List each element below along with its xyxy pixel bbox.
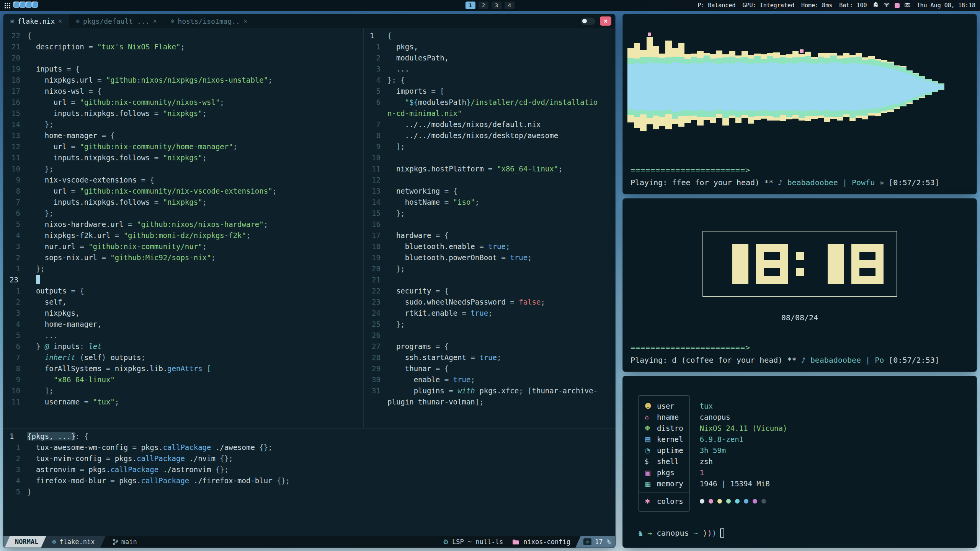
pane-pkgs-default[interactable]: 1{pkgs, ...}: {1 tux-awesome-wm-config =…: [3, 429, 615, 537]
code-line[interactable]: 11 username = "tux";: [3, 396, 363, 408]
tab-close-icon[interactable]: ×: [58, 17, 62, 25]
code-line[interactable]: 22 security = {: [364, 285, 615, 297]
ghost-icon[interactable]: [873, 2, 879, 9]
code-line[interactable]: 18 bluetooth.enable = true;: [364, 241, 615, 252]
editor-tab[interactable]: ❄pkgs/default ...×: [69, 14, 163, 28]
tray-icon-4[interactable]: [32, 2, 38, 8]
code-line[interactable]: 10 ];: [3, 385, 363, 396]
editor-tab[interactable]: ❄hosts/isoImag..×: [164, 14, 254, 28]
code-line[interactable]: 2 self,: [3, 297, 363, 308]
code-line[interactable]: 14 };: [3, 119, 363, 130]
code-line[interactable]: 23: [3, 274, 363, 285]
pane-iso-image[interactable]: 1{1 pkgs,2 modulesPath,3 ...4}: {5 impor…: [364, 28, 615, 428]
code-line[interactable]: 16: [364, 219, 615, 230]
code-line[interactable]: 11 inputs.nixpkgs.follows = "nixpkgs";: [3, 152, 363, 163]
code-line[interactable]: 23 sudo.wheelNeedsPassword = false;: [364, 297, 615, 308]
code-line[interactable]: 9 ];: [364, 141, 615, 152]
code-line[interactable]: 24 rtkit.enable = true;: [364, 308, 615, 319]
code-line[interactable]: 7 inherit (self) outputs;: [3, 352, 363, 363]
editor-tab[interactable]: ❄flake.nix×: [3, 14, 69, 28]
code-line[interactable]: 8 url = "github:nix-community/nix-vscode…: [3, 186, 363, 197]
code-line[interactable]: 20 };: [364, 263, 615, 274]
code-line[interactable]: 2 sops-nix.url = "github:Mic92/sops-nix"…: [3, 252, 363, 263]
code-line[interactable]: 22{: [3, 30, 363, 41]
tray-icon-1[interactable]: [13, 2, 20, 8]
color-indicator-icon[interactable]: [895, 3, 900, 8]
wifi-icon[interactable]: [884, 2, 890, 9]
code-line[interactable]: 5 nixos-hardware.url = "github:nixos/nix…: [3, 219, 363, 230]
toggle-pill[interactable]: [581, 18, 595, 25]
tab-close-icon[interactable]: ×: [243, 17, 247, 25]
editor-window[interactable]: ❄flake.nix×❄pkgs/default ...×❄hosts/isoI…: [3, 14, 616, 548]
code-line[interactable]: 7 inputs.nixpkgs.follows = "nixpkgs";: [3, 197, 363, 208]
code-line[interactable]: 16 url = "github:nix-community/nixos-wsl…: [3, 97, 363, 108]
code-line[interactable]: 9 "x86_64-linux": [3, 374, 363, 385]
code-line[interactable]: 12 url = "github:nix-community/home-mana…: [3, 141, 363, 152]
fetch-window[interactable]: ☻user⌂hname❆distro▤kernel◔uptime$shell▣p…: [622, 376, 977, 548]
code-line[interactable]: 1 pkgs,: [364, 41, 615, 52]
code-line[interactable]: 19 inputs = {: [3, 64, 363, 75]
window-close-button[interactable]: ×: [600, 16, 611, 26]
code-line[interactable]: n-cd-minimal.nix": [364, 108, 615, 119]
code-line[interactable]: 17 nixos-wsl = {: [3, 86, 363, 97]
code-line[interactable]: 7 ../../modules/nixos/default.nix: [364, 119, 615, 130]
code-line[interactable]: 11 nixpkgs.hostPlatform = "x86_64-linux"…: [364, 163, 615, 174]
code-line[interactable]: 3 ...: [364, 64, 615, 75]
workspace-tag-4[interactable]: 4: [505, 2, 514, 9]
code-line[interactable]: 29 thunar = {: [364, 363, 615, 374]
code-line[interactable]: 1 };: [3, 263, 363, 274]
code-line[interactable]: 3 nixpkgs,: [3, 308, 363, 319]
tray-icon-3[interactable]: [26, 2, 32, 8]
menu-icon[interactable]: [5, 3, 10, 8]
code-line[interactable]: 10: [364, 152, 615, 163]
code-line[interactable]: 30 enable = true;: [364, 374, 615, 385]
datetime[interactable]: Thu Aug 08, 18:18: [916, 2, 975, 9]
code-line[interactable]: 13 networking = {: [364, 186, 615, 197]
code-line[interactable]: 13 home-manager = {: [3, 130, 363, 141]
code-line[interactable]: 2 tux-nvim-config = pkgs.callPackage ./n…: [3, 453, 615, 464]
code-line[interactable]: 26: [364, 330, 615, 341]
code-line[interactable]: 19 bluetooth.powerOnBoot = true;: [364, 252, 615, 263]
code-line[interactable]: 6 "${modulesPath}/installer/cd-dvd/insta…: [364, 97, 615, 108]
code-line[interactable]: 15 };: [364, 208, 615, 219]
workspace-tag-2[interactable]: 2: [479, 2, 488, 9]
code-line[interactable]: 21: [364, 274, 615, 285]
code-line[interactable]: 4 firefox-mod-blur = pkgs.callPackage ./…: [3, 475, 615, 486]
code-line[interactable]: 1{: [364, 30, 615, 41]
code-line[interactable]: 25 };: [364, 319, 615, 330]
code-line[interactable]: 4}: {: [364, 75, 615, 86]
code-line[interactable]: 10 };: [3, 163, 363, 174]
code-line[interactable]: 1 tux-awesome-wm-config = pkgs.callPacka…: [3, 442, 615, 453]
code-line[interactable]: 1{pkgs, ...}: {: [3, 431, 615, 442]
code-line[interactable]: 21 description = "tux's NixOS Flake";: [3, 41, 363, 52]
code-line[interactable]: 5 ...: [3, 330, 363, 341]
code-line[interactable]: 4 home-manager,: [3, 319, 363, 330]
code-line[interactable]: 1 outputs = {: [3, 285, 363, 297]
code-line[interactable]: 15 inputs.nixpkgs.follows = "nixpkgs";: [3, 108, 363, 119]
code-line[interactable]: 20: [3, 52, 363, 64]
code-line[interactable]: 4 nixpkgs-f2k.url = "github:moni-dz/nixp…: [3, 230, 363, 241]
code-line[interactable]: 8 forAllSystems = nixpkgs.lib.genAttrs [: [3, 363, 363, 374]
code-line[interactable]: 2 modulesPath,: [364, 52, 615, 64]
code-line[interactable]: 6 };: [3, 208, 363, 219]
shell-prompt[interactable]: ♞ → canopus ~ ))): [638, 528, 724, 538]
tab-close-icon[interactable]: ×: [153, 17, 157, 25]
visualizer-window[interactable]: =======================> Playing: ffee f…: [622, 14, 977, 194]
code-line[interactable]: 14 hostName = "iso";: [364, 197, 615, 208]
code-line[interactable]: 12: [364, 174, 615, 186]
code-line[interactable]: 31 plugins = with pkgs.xfce; [thunar-arc…: [364, 385, 615, 396]
workspace-tag-3[interactable]: 3: [492, 2, 501, 9]
workspace-tag-1[interactable]: 1: [466, 2, 475, 9]
code-line[interactable]: plugin thunar-volman];: [364, 396, 615, 408]
code-line[interactable]: 3 nur.url = "github:nix-community/nur";: [3, 241, 363, 252]
code-line[interactable]: 5}: [3, 486, 615, 497]
code-line[interactable]: 6 } @ inputs: let: [3, 341, 363, 352]
code-line[interactable]: 28 ssh.startAgent = true;: [364, 352, 615, 363]
code-line[interactable]: 5 imports = [: [364, 86, 615, 97]
code-line[interactable]: 8 ../../modules/nixos/desktop/awesome: [364, 130, 615, 141]
code-line[interactable]: 9 nix-vscode-extensions = {: [3, 174, 363, 186]
code-line[interactable]: 18 nixpkgs.url = "github:nixos/nixpkgs/n…: [3, 75, 363, 86]
screenshot-icon[interactable]: [905, 2, 910, 9]
code-line[interactable]: 3 astronvim = pkgs.callPackage ./astronv…: [3, 464, 615, 475]
clock-window[interactable]: 08/08/24 =======================> Playin…: [622, 198, 977, 372]
